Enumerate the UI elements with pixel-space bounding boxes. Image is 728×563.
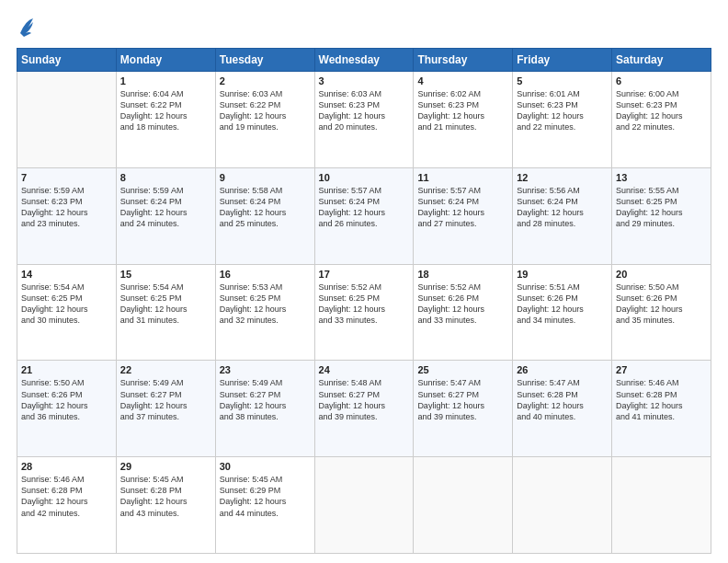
calendar-cell: [17, 72, 117, 168]
day-detail: Sunrise: 5:54 AM Sunset: 6:25 PM Dayligh…: [120, 282, 211, 327]
calendar-cell: 22Sunrise: 5:49 AM Sunset: 6:27 PM Dayli…: [116, 361, 215, 457]
day-number: 8: [120, 172, 211, 183]
calendar-cell: 30Sunrise: 5:45 AM Sunset: 6:29 PM Dayli…: [215, 457, 314, 554]
calendar-cell: 21Sunrise: 5:50 AM Sunset: 6:26 PM Dayli…: [17, 361, 117, 457]
day-detail: Sunrise: 5:45 AM Sunset: 6:28 PM Dayligh…: [120, 474, 211, 519]
calendar-cell: 3Sunrise: 6:03 AM Sunset: 6:23 PM Daylig…: [314, 72, 414, 168]
day-detail: Sunrise: 5:58 AM Sunset: 6:24 PM Dayligh…: [220, 185, 311, 230]
day-detail: Sunrise: 5:55 AM Sunset: 6:25 PM Dayligh…: [616, 185, 707, 230]
calendar-cell: 14Sunrise: 5:54 AM Sunset: 6:25 PM Dayli…: [17, 264, 117, 361]
calendar-cell: 5Sunrise: 6:01 AM Sunset: 6:23 PM Daylig…: [513, 72, 612, 168]
day-detail: Sunrise: 5:59 AM Sunset: 6:24 PM Dayligh…: [120, 185, 211, 230]
day-detail: Sunrise: 5:51 AM Sunset: 6:26 PM Dayligh…: [517, 282, 608, 327]
day-number: 16: [220, 269, 311, 280]
calendar-cell: 24Sunrise: 5:48 AM Sunset: 6:27 PM Dayli…: [314, 361, 414, 457]
day-number: 12: [517, 172, 608, 183]
day-detail: Sunrise: 5:56 AM Sunset: 6:24 PM Dayligh…: [517, 185, 608, 230]
day-number: 21: [21, 364, 112, 375]
header: [17, 17, 711, 39]
day-number: 19: [517, 269, 608, 280]
calendar-cell: 11Sunrise: 5:57 AM Sunset: 6:24 PM Dayli…: [414, 167, 513, 264]
calendar-cell: 26Sunrise: 5:47 AM Sunset: 6:28 PM Dayli…: [513, 361, 612, 457]
day-number: 7: [21, 172, 112, 183]
calendar-week-row: 28Sunrise: 5:46 AM Sunset: 6:28 PM Dayli…: [17, 457, 711, 554]
day-number: 25: [417, 364, 508, 375]
calendar-cell: 10Sunrise: 5:57 AM Sunset: 6:24 PM Dayli…: [314, 167, 414, 264]
calendar-col-saturday: Saturday: [612, 49, 711, 72]
calendar-cell: [612, 457, 711, 554]
page: SundayMondayTuesdayWednesdayThursdayFrid…: [0, 0, 728, 563]
calendar-cell: 9Sunrise: 5:58 AM Sunset: 6:24 PM Daylig…: [215, 167, 314, 264]
day-number: 15: [120, 269, 211, 280]
calendar-cell: 2Sunrise: 6:03 AM Sunset: 6:22 PM Daylig…: [215, 72, 314, 168]
day-detail: Sunrise: 6:00 AM Sunset: 6:23 PM Dayligh…: [616, 88, 707, 133]
logo-bird-icon: [18, 17, 35, 39]
day-number: 30: [220, 461, 311, 472]
day-number: 26: [517, 364, 608, 375]
day-number: 2: [220, 75, 311, 86]
day-detail: Sunrise: 5:47 AM Sunset: 6:28 PM Dayligh…: [517, 377, 608, 422]
day-detail: Sunrise: 6:03 AM Sunset: 6:22 PM Dayligh…: [220, 88, 311, 133]
day-detail: Sunrise: 6:01 AM Sunset: 6:23 PM Dayligh…: [517, 88, 608, 133]
calendar-week-row: 14Sunrise: 5:54 AM Sunset: 6:25 PM Dayli…: [17, 264, 711, 361]
calendar-cell: 12Sunrise: 5:56 AM Sunset: 6:24 PM Dayli…: [513, 167, 612, 264]
day-detail: Sunrise: 5:50 AM Sunset: 6:26 PM Dayligh…: [616, 282, 707, 327]
calendar-cell: 28Sunrise: 5:46 AM Sunset: 6:28 PM Dayli…: [17, 457, 117, 554]
calendar-cell: 20Sunrise: 5:50 AM Sunset: 6:26 PM Dayli…: [612, 264, 711, 361]
calendar-col-sunday: Sunday: [17, 49, 117, 72]
calendar-col-monday: Monday: [116, 49, 215, 72]
day-number: 3: [319, 75, 410, 86]
day-detail: Sunrise: 5:47 AM Sunset: 6:27 PM Dayligh…: [417, 377, 508, 422]
calendar-table: SundayMondayTuesdayWednesdayThursdayFrid…: [17, 48, 711, 554]
day-number: 28: [21, 461, 112, 472]
calendar-col-friday: Friday: [513, 49, 612, 72]
calendar-col-tuesday: Tuesday: [215, 49, 314, 72]
day-number: 14: [21, 269, 112, 280]
day-detail: Sunrise: 6:02 AM Sunset: 6:23 PM Dayligh…: [417, 88, 508, 133]
day-detail: Sunrise: 5:54 AM Sunset: 6:25 PM Dayligh…: [21, 282, 112, 327]
day-detail: Sunrise: 6:04 AM Sunset: 6:22 PM Dayligh…: [120, 88, 211, 133]
day-detail: Sunrise: 5:57 AM Sunset: 6:24 PM Dayligh…: [417, 185, 508, 230]
day-number: 13: [616, 172, 707, 183]
calendar-col-wednesday: Wednesday: [314, 49, 414, 72]
day-number: 9: [220, 172, 311, 183]
day-number: 20: [616, 269, 707, 280]
calendar-header-row: SundayMondayTuesdayWednesdayThursdayFrid…: [17, 49, 711, 72]
day-detail: Sunrise: 5:52 AM Sunset: 6:25 PM Dayligh…: [319, 282, 410, 327]
day-detail: Sunrise: 5:52 AM Sunset: 6:26 PM Dayligh…: [417, 282, 508, 327]
day-number: 22: [120, 364, 211, 375]
calendar-week-row: 7Sunrise: 5:59 AM Sunset: 6:23 PM Daylig…: [17, 167, 711, 264]
calendar-cell: 15Sunrise: 5:54 AM Sunset: 6:25 PM Dayli…: [116, 264, 215, 361]
day-number: 4: [417, 75, 508, 86]
day-number: 11: [417, 172, 508, 183]
day-number: 6: [616, 75, 707, 86]
day-detail: Sunrise: 5:48 AM Sunset: 6:27 PM Dayligh…: [319, 377, 410, 422]
calendar-cell: 8Sunrise: 5:59 AM Sunset: 6:24 PM Daylig…: [116, 167, 215, 264]
day-number: 24: [319, 364, 410, 375]
calendar-cell: 19Sunrise: 5:51 AM Sunset: 6:26 PM Dayli…: [513, 264, 612, 361]
day-detail: Sunrise: 5:57 AM Sunset: 6:24 PM Dayligh…: [319, 185, 410, 230]
day-detail: Sunrise: 5:49 AM Sunset: 6:27 PM Dayligh…: [120, 377, 211, 422]
calendar-cell: 27Sunrise: 5:46 AM Sunset: 6:28 PM Dayli…: [612, 361, 711, 457]
day-detail: Sunrise: 5:53 AM Sunset: 6:25 PM Dayligh…: [220, 282, 311, 327]
day-number: 10: [319, 172, 410, 183]
calendar-cell: [414, 457, 513, 554]
day-number: 23: [220, 364, 311, 375]
day-number: 18: [417, 269, 508, 280]
day-number: 5: [517, 75, 608, 86]
calendar-cell: 17Sunrise: 5:52 AM Sunset: 6:25 PM Dayli…: [314, 264, 414, 361]
calendar-cell: 18Sunrise: 5:52 AM Sunset: 6:26 PM Dayli…: [414, 264, 513, 361]
calendar-cell: 4Sunrise: 6:02 AM Sunset: 6:23 PM Daylig…: [414, 72, 513, 168]
day-detail: Sunrise: 5:46 AM Sunset: 6:28 PM Dayligh…: [21, 474, 112, 519]
logo: [17, 17, 35, 39]
calendar-cell: 7Sunrise: 5:59 AM Sunset: 6:23 PM Daylig…: [17, 167, 117, 264]
calendar-cell: 1Sunrise: 6:04 AM Sunset: 6:22 PM Daylig…: [116, 72, 215, 168]
day-number: 17: [319, 269, 410, 280]
day-detail: Sunrise: 5:59 AM Sunset: 6:23 PM Dayligh…: [21, 185, 112, 230]
calendar-week-row: 21Sunrise: 5:50 AM Sunset: 6:26 PM Dayli…: [17, 361, 711, 457]
calendar-cell: 23Sunrise: 5:49 AM Sunset: 6:27 PM Dayli…: [215, 361, 314, 457]
day-detail: Sunrise: 5:49 AM Sunset: 6:27 PM Dayligh…: [220, 377, 311, 422]
calendar-week-row: 1Sunrise: 6:04 AM Sunset: 6:22 PM Daylig…: [17, 72, 711, 168]
day-number: 27: [616, 364, 707, 375]
calendar-col-thursday: Thursday: [414, 49, 513, 72]
